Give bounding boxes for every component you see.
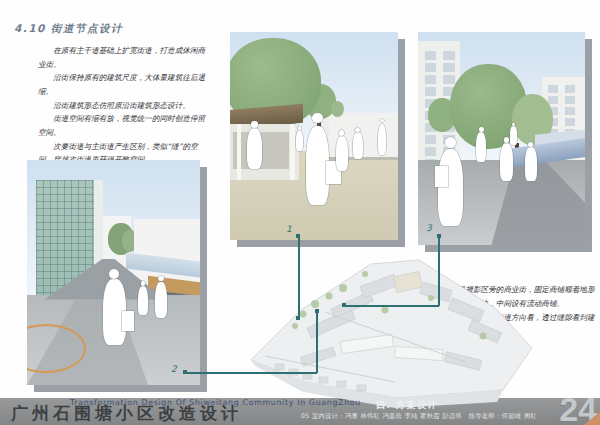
- person-silhouette: [155, 282, 167, 318]
- leader-dot: [315, 309, 319, 313]
- shopping-bag-shape: [122, 311, 134, 331]
- pavilion-post-shape: [290, 124, 294, 180]
- project-title-cn: 广州石围塘小区改造设计: [11, 402, 242, 425]
- leader-line-3: [344, 305, 439, 307]
- leader-dot: [342, 303, 346, 307]
- footer-credits: 05 室内设计：冯显 林伟红 冯嘉欣 李纯 霍秋霞 彭迈琪 指导老师：何韶雄 周…: [301, 412, 537, 421]
- leader-line-2: [316, 311, 318, 373]
- street-render-tree-lined: [418, 32, 585, 245]
- leader-line-3: [438, 236, 440, 306]
- intro-paragraph: 沿街保持原有的建筑尺度，大体量建筑往后退缩。: [38, 71, 210, 98]
- shopping-bag-shape: [435, 166, 448, 187]
- intro-paragraph: 街道空间有缩有放，视觉统一的同时创造停留空间。: [38, 112, 210, 139]
- pavilion-post-shape: [237, 124, 241, 180]
- leader-line-2: [187, 372, 317, 374]
- footer-section-label: 四. 方案设计: [376, 399, 438, 412]
- person-silhouette: [525, 147, 537, 181]
- presentation-board: 4.10 街道节点设计 在原有主干道基础上扩宽街道，打造成休闲商业街。 沿街保持…: [0, 0, 600, 425]
- person-silhouette: [510, 126, 517, 145]
- person-silhouette: [296, 130, 304, 151]
- leader-dot: [296, 316, 300, 320]
- intro-text-block: 在原有主干道基础上扩宽街道，打造成休闲商业街。 沿街保持原有的建筑尺度，大体量建…: [38, 44, 210, 167]
- person-silhouette: [353, 132, 363, 159]
- intro-paragraph: 沿街建筑形态仿照原沿街建筑形态设计。: [38, 99, 210, 113]
- corner-accent-triangle: [584, 412, 600, 425]
- intro-paragraph: 在原有主干道基础上扩宽街道，打造成休闲商业街。: [38, 44, 210, 71]
- person-silhouette: [336, 136, 348, 171]
- marker-label-3: 3: [426, 223, 432, 233]
- marker-label-2: 2: [171, 364, 177, 374]
- person-silhouette: [378, 124, 386, 155]
- person-silhouette: [500, 143, 513, 181]
- street-render-side-street: [27, 160, 200, 385]
- page-title: 4.10 街道节点设计: [14, 22, 123, 36]
- person-silhouette: [476, 132, 486, 162]
- person-silhouette: [138, 286, 148, 315]
- street-render-main: [230, 32, 398, 240]
- marker-label-1: 1: [286, 224, 292, 234]
- leader-line-1: [298, 236, 300, 318]
- person-silhouette: [247, 128, 262, 170]
